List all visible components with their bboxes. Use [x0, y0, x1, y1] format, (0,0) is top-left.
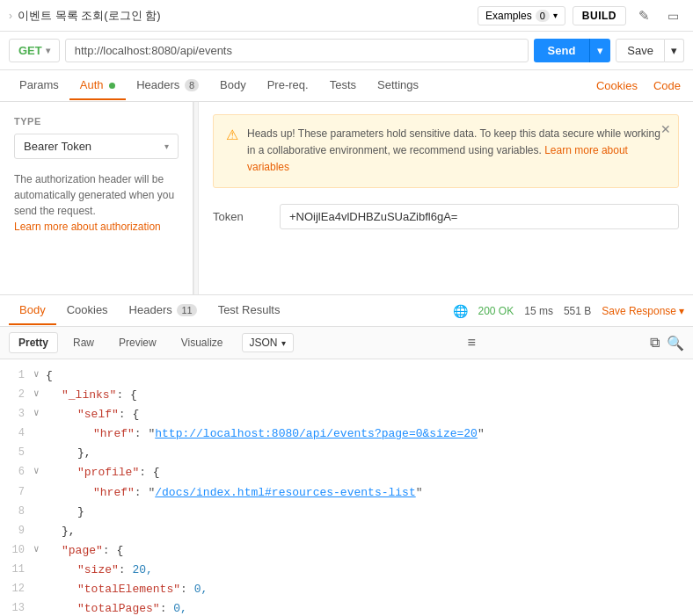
json-line: 2∨"_links": { [9, 386, 684, 405]
request-tabs-right: Cookies Code [593, 72, 684, 99]
json-line: 13"totalPages": 0, [9, 599, 684, 616]
search-icon-button[interactable]: 🔍 [667, 335, 684, 351]
tab-prereq[interactable]: Pre-req. [257, 71, 319, 100]
copy-icon: ⧉ [650, 335, 660, 350]
breadcrumb-chevron: › [9, 10, 12, 22]
tab-body[interactable]: Body [209, 71, 257, 100]
edit-icon-button[interactable]: ✎ [633, 5, 655, 26]
token-type-chevron-icon: ▾ [164, 141, 169, 151]
line-number: 13 [9, 599, 33, 616]
format-tab-preview[interactable]: Preview [109, 332, 166, 353]
json-key-brace: "profile": { [46, 463, 160, 482]
learn-more-auth-link[interactable]: Learn more about authorization [14, 221, 161, 233]
request-tabs-left: Params Auth Headers 8 Body Pre-req. Test… [9, 71, 429, 100]
fold-button[interactable]: ∨ [33, 405, 46, 422]
json-format-chevron-icon: ▾ [281, 338, 286, 348]
response-headers-badge: 11 [177, 304, 196, 316]
top-bar-right: Examples 0 ▾ BUILD ✎ ▭ [478, 5, 684, 26]
method-chevron-icon: ▾ [46, 46, 50, 55]
line-number: 6 [9, 463, 33, 481]
token-input[interactable] [280, 204, 679, 229]
json-line: 5}, [9, 444, 684, 463]
json-line: 11"size": 20, [9, 561, 684, 580]
send-button[interactable]: Send [534, 39, 590, 62]
json-key-val-num: "size": 20, [46, 561, 153, 580]
format-tab-pretty[interactable]: Pretty [9, 332, 58, 353]
tab-response-body[interactable]: Body [9, 296, 56, 325]
token-type-select[interactable]: Bearer Token ▾ [14, 134, 179, 159]
top-bar-left: › 이벤트 목록 조회(로그인 함) [9, 8, 161, 24]
line-number: 5 [9, 444, 33, 461]
tab-auth[interactable]: Auth [69, 71, 126, 100]
format-tab-raw[interactable]: Raw [63, 332, 104, 353]
line-number: 12 [9, 580, 33, 598]
json-line: 3∨"self": { [9, 405, 684, 424]
tab-response-cookies[interactable]: Cookies [56, 296, 119, 325]
json-format-label: JSON [250, 337, 278, 349]
send-dropdown-icon: ▾ [597, 44, 603, 57]
fold-button[interactable]: ∨ [33, 386, 46, 402]
warning-box: ⚠ Heads up! These parameters hold sensit… [213, 114, 679, 188]
json-line: 9}, [9, 522, 684, 541]
url-bar: GET ▾ Send ▾ Save ▾ [0, 32, 693, 70]
json-key-val-link: "href": "http://localhost:8080/api/event… [46, 424, 485, 444]
save-button[interactable]: Save [616, 39, 665, 62]
json-key-val-num: "totalPages": 0, [46, 599, 187, 616]
tab-response-headers[interactable]: Headers 11 [119, 296, 208, 325]
response-time: 15 ms [524, 305, 553, 317]
send-btn-group: Send ▾ [534, 39, 611, 62]
json-key-brace: "page": { [46, 541, 123, 561]
response-status-area: 🌐 200 OK 15 ms 551 B Save Response ▾ [453, 304, 684, 318]
response-size: 551 B [564, 305, 591, 317]
json-brace: }, [46, 444, 91, 463]
comment-icon: ▭ [667, 9, 679, 23]
json-key-brace: "_links": { [46, 386, 137, 405]
method-label: GET [18, 44, 42, 57]
top-bar: › 이벤트 목록 조회(로그인 함) Examples 0 ▾ BUILD ✎ … [0, 0, 693, 32]
tab-test-results[interactable]: Test Results [208, 296, 291, 325]
copy-icon-button[interactable]: ⧉ [650, 335, 660, 351]
breadcrumb-title: 이벤트 목록 조회(로그인 함) [18, 8, 161, 24]
tab-headers[interactable]: Headers 8 [126, 71, 209, 100]
json-line: 8} [9, 503, 684, 522]
format-tab-visualize[interactable]: Visualize [171, 332, 233, 353]
token-field-row: Token [213, 204, 679, 229]
auth-left-panel: TYPE Bearer Token ▾ The authorization he… [0, 102, 193, 294]
tab-params[interactable]: Params [9, 71, 69, 100]
tab-tests[interactable]: Tests [319, 71, 367, 100]
build-button[interactable]: BUILD [573, 6, 626, 25]
warning-text: Heads up! These parameters hold sensitiv… [247, 126, 666, 177]
globe-icon: 🌐 [453, 304, 468, 318]
word-wrap-icon-button[interactable]: ≡ [468, 335, 476, 351]
url-input[interactable] [65, 39, 529, 62]
response-tabs-bar: Body Cookies Headers 11 Test Results 🌐 2… [0, 295, 693, 327]
examples-badge: 0 [536, 10, 550, 22]
cookies-link[interactable]: Cookies [593, 72, 641, 99]
token-type-value: Bearer Token [24, 140, 91, 153]
json-format-select[interactable]: JSON ▾ [242, 333, 294, 352]
line-number: 11 [9, 561, 33, 578]
examples-label: Examples [485, 10, 532, 22]
fold-button[interactable]: ∨ [33, 463, 46, 480]
save-btn-group: Save ▾ [616, 39, 684, 62]
line-number: 8 [9, 503, 33, 520]
examples-chevron-icon: ▾ [553, 11, 558, 20]
save-dropdown-icon: ▾ [671, 44, 677, 57]
fold-button[interactable]: ∨ [33, 366, 46, 383]
comment-icon-button[interactable]: ▭ [662, 5, 684, 25]
tab-settings[interactable]: Settings [367, 71, 429, 100]
method-select[interactable]: GET ▾ [9, 39, 60, 62]
save-dropdown-button[interactable]: ▾ [665, 39, 684, 62]
json-href-link[interactable]: /docs/index.html#resources-events-list [155, 486, 415, 499]
send-dropdown-button[interactable]: ▾ [589, 39, 610, 62]
fold-button[interactable]: ∨ [33, 541, 46, 558]
line-number: 2 [9, 386, 33, 403]
auth-description: The authorization header will be automat… [14, 171, 179, 235]
auth-right-panel: ⚠ Heads up! These parameters hold sensit… [199, 102, 693, 294]
json-line: 1∨{ [9, 366, 684, 386]
examples-button[interactable]: Examples 0 ▾ [478, 6, 565, 25]
warning-close-button[interactable]: ✕ [660, 122, 671, 136]
json-href-link[interactable]: http://localhost:8080/api/events?page=0&… [155, 427, 478, 440]
save-response-button[interactable]: Save Response ▾ [602, 305, 684, 317]
code-link[interactable]: Code [650, 72, 684, 99]
